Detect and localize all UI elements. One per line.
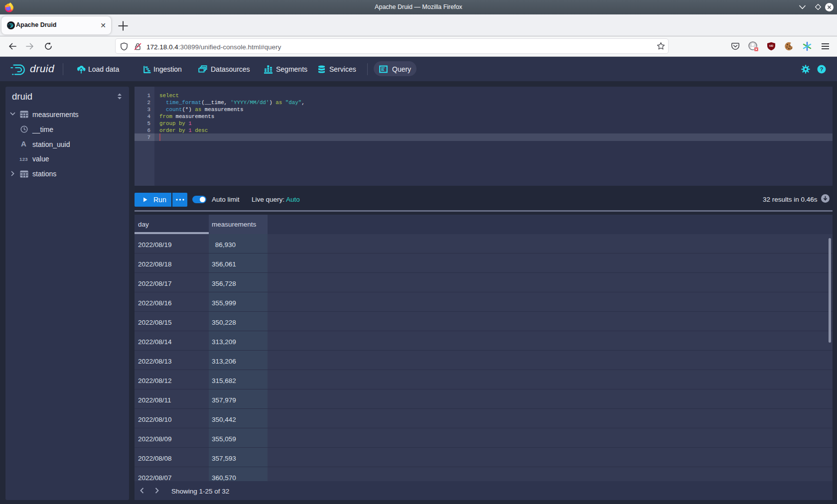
svg-text:UO: UO [769,44,774,47]
svg-text:?: ? [820,66,824,72]
